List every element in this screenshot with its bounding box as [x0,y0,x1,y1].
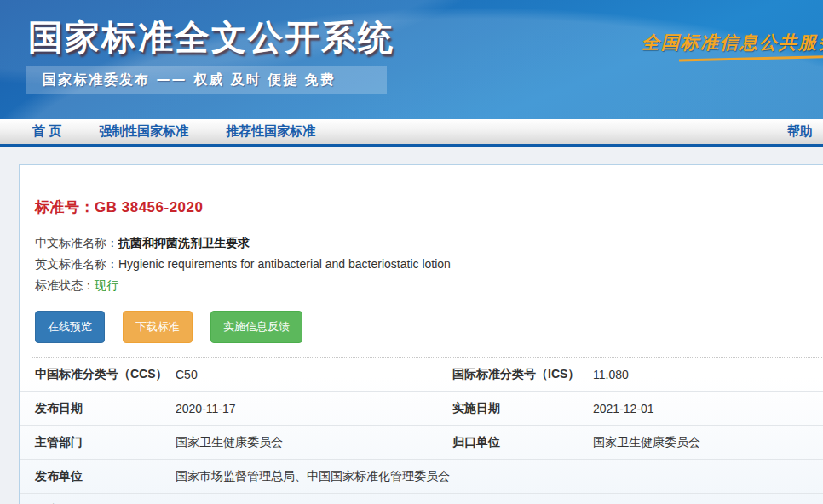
en-name-label: 英文标准名称： [35,257,118,271]
en-name-line: 英文标准名称：Hygienic requirements for antibac… [35,254,823,275]
site-subtitle-band: 国家标准委发布 —— 权威 及时 便捷 免费 [26,66,387,94]
table-row-dates: 发布日期 2020-11-17 实施日期 2021-12-01 [20,392,823,426]
cn-name-label: 中文标准名称： [35,236,118,249]
implementation-feedback-button[interactable]: 实施信息反馈 [210,311,302,343]
nav-item-home[interactable]: 首 页 [32,123,61,140]
competent-dept-label: 主管部门 [35,435,176,450]
action-buttons: 在线预览 下载标准 实施信息反馈 [35,311,823,343]
cn-name-line: 中文标准名称：抗菌和抑菌洗剂卫生要求 [35,232,823,254]
table-row-departments: 主管部门 国家卫生健康委员会 归口单位 国家卫生健康委员会 [20,426,823,460]
site-banner: 国家标准全文公开系统 国家标准委发布 —— 权威 及时 便捷 免费 全国标准信息… [0,0,823,119]
standard-meta: 中文标准名称：抗菌和抑菌洗剂卫生要求 英文标准名称：Hygienic requi… [35,232,823,296]
platform-slogan: 全国标准信息公共服务 [642,31,823,54]
table-row-classification: 中国标准分类号（CCS） C50 国际标准分类号（ICS） 11.080 [20,358,823,392]
standard-number-label: 标准号： [35,199,95,215]
slogan-underline [679,55,823,62]
standard-detail-panel: 标准号：GB 38456-2020 中文标准名称：抗菌和抑菌洗剂卫生要求 英文标… [19,164,823,504]
publisher-value: 国家市场监督管理总局、中国国家标准化管理委员会 [176,469,450,484]
centralized-unit-label: 归口单位 [452,435,593,450]
centralized-unit-value: 国家卫生健康委员会 [593,435,700,450]
status-line: 标准状态：现行 [35,275,823,296]
ics-label: 国际标准分类号（ICS） [452,367,593,382]
site-title: 国家标准全文公开系统 [28,14,394,61]
competent-dept-value: 国家卫生健康委员会 [176,435,452,450]
publish-date-value: 2020-11-17 [176,402,452,415]
cn-name-value: 抗菌和抑菌洗剂卫生要求 [118,236,250,249]
en-name-value: Hygienic requirements for antibacterial … [118,257,451,271]
standard-number-line: 标准号：GB 38456-2020 [35,198,823,217]
download-standard-button[interactable]: 下载标准 [123,311,193,343]
implement-date-value: 2021-12-01 [593,402,654,415]
status-label: 标准状态： [35,278,95,292]
standard-attributes-table: 中国标准分类号（CCS） C50 国际标准分类号（ICS） 11.080 发布日… [20,358,823,504]
online-preview-button[interactable]: 在线预览 [35,311,105,343]
standard-number-value: GB 38456-2020 [95,199,203,215]
publish-date-label: 发布日期 [35,401,176,416]
implement-date-label: 实施日期 [452,401,593,416]
nav-help-link[interactable]: 帮助 [787,123,813,140]
table-row-publisher: 发布单位 国家市场监督管理总局、中国国家标准化管理委员会 [20,460,823,494]
site-subtitle: 国家标准委发布 —— 权威 及时 便捷 免费 [43,72,336,89]
ccs-value: C50 [176,368,452,381]
nav-item-recommended-standards[interactable]: 推荐性国家标准 [226,123,315,140]
ccs-label: 中国标准分类号（CCS） [35,367,176,382]
table-row-remarks: 备注 [20,494,823,504]
main-nav: 首 页 强制性国家标准 推荐性国家标准 帮助 [0,119,823,147]
publisher-label: 发布单位 [35,469,176,484]
nav-item-mandatory-standards[interactable]: 强制性国家标准 [99,123,188,140]
status-value: 现行 [95,278,118,292]
ics-value: 11.080 [593,368,629,381]
